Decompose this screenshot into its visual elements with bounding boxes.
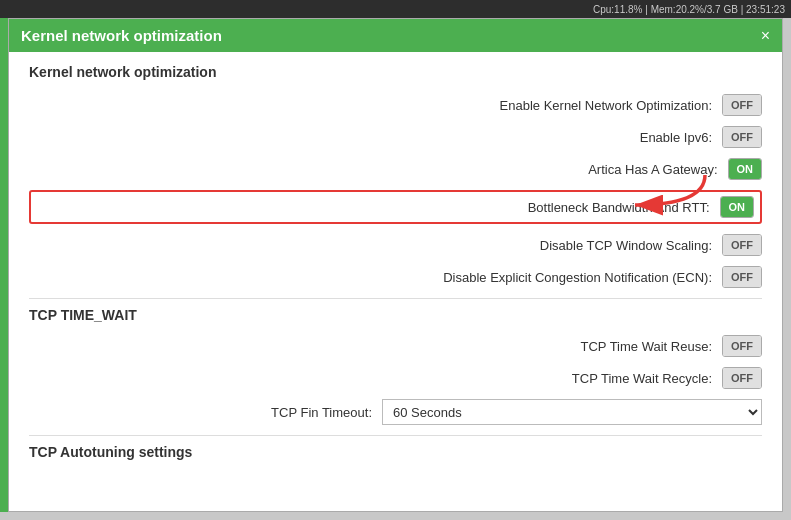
form-row-enable-kernel: Enable Kernel Network Optimization: OFF: [29, 94, 762, 116]
label-enable-ipv6: Enable Ipv6:: [640, 130, 712, 145]
toggle-off-label: OFF: [723, 95, 761, 115]
modal-close-button[interactable]: ×: [761, 28, 770, 44]
toggle-off-label: OFF: [723, 267, 761, 287]
form-row-gateway: Artica Has A Gateway: ON: [29, 158, 762, 180]
taskbar: Cpu:11.8% | Mem:20.2%/3.7 GB | 23:51:23: [0, 0, 791, 18]
time-label: 23:51:23: [746, 4, 785, 15]
toggle-off-label: OFF: [723, 235, 761, 255]
modal-dialog: Kernel network optimization × Kernel net…: [8, 18, 783, 512]
toggle-tcp-recycle[interactable]: OFF: [722, 367, 762, 389]
label-fin-timeout: TCP Fin Timeout:: [271, 405, 372, 420]
label-ecn: Disable Explicit Congestion Notification…: [443, 270, 712, 285]
toggle-enable-kernel[interactable]: OFF: [722, 94, 762, 116]
toggle-enable-ipv6[interactable]: OFF: [722, 126, 762, 148]
toggle-off-label: OFF: [723, 336, 761, 356]
form-row-enable-ipv6: Enable Ipv6: OFF: [29, 126, 762, 148]
label-tcp-recycle: TCP Time Wait Recycle:: [572, 371, 712, 386]
label-tcp-window: Disable TCP Window Scaling:: [540, 238, 712, 253]
toggle-bottleneck[interactable]: ON: [720, 196, 755, 218]
toggle-ecn[interactable]: OFF: [722, 266, 762, 288]
form-row-tcp-recycle: TCP Time Wait Recycle: OFF: [29, 367, 762, 389]
tcp-autotuning-section: TCP Autotuning settings: [29, 435, 762, 460]
form-row-bottleneck-wrapper: Bottleneck Bandwidth And RTT: ON: [29, 190, 762, 224]
label-enable-kernel: Enable Kernel Network Optimization:: [500, 98, 712, 113]
tcp-timewait-label: TCP TIME_WAIT: [29, 307, 137, 323]
form-row-fin-timeout: TCP Fin Timeout: 60 Seconds 30 Seconds 1…: [29, 399, 762, 425]
toggle-off-label: OFF: [723, 368, 761, 388]
mem-label: Mem:20.2%/3.7 GB: [651, 4, 738, 15]
toggle-gateway[interactable]: ON: [728, 158, 763, 180]
modal-header: Kernel network optimization ×: [9, 19, 782, 52]
toggle-tcp-reuse[interactable]: OFF: [722, 335, 762, 357]
section-title: Kernel network optimization: [29, 64, 762, 80]
cpu-label: Cpu:11.8%: [593, 4, 642, 15]
form-row-ecn: Disable Explicit Congestion Notification…: [29, 266, 762, 288]
fin-timeout-select[interactable]: 60 Seconds 30 Seconds 120 Seconds 180 Se…: [382, 399, 762, 425]
toggle-on-label: ON: [721, 197, 754, 217]
form-row-tcp-reuse: TCP Time Wait Reuse: OFF: [29, 335, 762, 357]
form-row-tcp-window: Disable TCP Window Scaling: OFF: [29, 234, 762, 256]
label-gateway: Artica Has A Gateway:: [588, 162, 717, 177]
toggle-tcp-window[interactable]: OFF: [722, 234, 762, 256]
label-tcp-reuse: TCP Time Wait Reuse:: [581, 339, 712, 354]
tcp-autotuning-label: TCP Autotuning settings: [29, 444, 192, 460]
label-bottleneck: Bottleneck Bandwidth And RTT:: [528, 200, 710, 215]
toggle-off-label: OFF: [723, 127, 761, 147]
toggle-on-label: ON: [729, 159, 762, 179]
sidebar-accent: [0, 18, 8, 512]
tcp-timewait-section: TCP TIME_WAIT: [29, 298, 762, 323]
modal-body: Kernel network optimization Enable Kerne…: [9, 52, 782, 511]
form-row-bottleneck: Bottleneck Bandwidth And RTT: ON: [29, 190, 762, 224]
modal-title: Kernel network optimization: [21, 27, 222, 44]
